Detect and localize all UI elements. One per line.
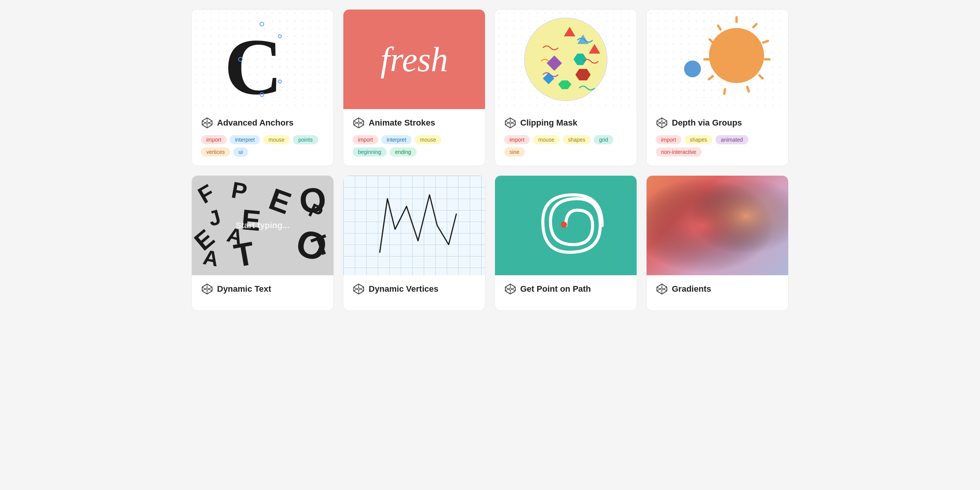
card-title-row: Advanced Anchors [201, 117, 324, 129]
card-title: Get Point on Path [520, 284, 591, 294]
card-title: Gradients [672, 284, 711, 294]
card-title-row: Clipping Mask [504, 117, 627, 129]
tag-animated[interactable]: animated [715, 135, 748, 144]
card-image-depth-via-groups [647, 10, 788, 109]
clipping-mask-illustration [520, 13, 612, 105]
card-tags: import interpret mouse points vertices u… [201, 135, 324, 157]
tag-shapes[interactable]: shapes [563, 135, 591, 144]
card-info-dynamic-text: Dynamic Text [192, 275, 333, 310]
tag-non-interactive[interactable]: non-interactive [656, 147, 702, 157]
svg-text:C: C [224, 22, 283, 105]
card-title-row: Dynamic Text [201, 283, 324, 295]
card-image-dynamic-vertices [343, 176, 485, 275]
card-info-dynamic-vertices: Dynamic Vertices [343, 275, 485, 310]
svg-line-43 [724, 89, 725, 94]
svg-rect-79 [647, 178, 788, 273]
path-background [495, 176, 637, 275]
tag-mouse[interactable]: mouse [263, 135, 290, 144]
fresh-text: fresh [381, 40, 448, 79]
card-clipping-mask[interactable]: Clipping Mask import mouse shapes grid s… [495, 9, 637, 166]
letter-o-bottom: O [291, 220, 332, 270]
codepen-icon [353, 117, 365, 129]
gradients-background [647, 176, 788, 275]
codepen-icon [656, 283, 668, 295]
dynamic-text-background: F P E O J E P E A T A T O Start typing..… [192, 176, 333, 275]
tag-mouse[interactable]: mouse [533, 135, 560, 144]
vertices-background [343, 176, 485, 275]
card-image-clipping-mask [495, 10, 637, 109]
codepen-icon [504, 283, 516, 295]
tag-mouse[interactable]: mouse [415, 135, 441, 144]
tag-import[interactable]: import [504, 135, 530, 144]
letter-p: P [229, 176, 249, 205]
svg-line-38 [753, 24, 756, 27]
tag-ui[interactable]: ui [233, 147, 248, 157]
card-info-get-point-on-path: Get Point on Path [495, 275, 637, 310]
svg-line-44 [709, 76, 713, 79]
svg-line-42 [747, 87, 749, 91]
card-title: Dynamic Vertices [369, 284, 438, 294]
cards-grid: C Advanced Anchors [191, 9, 789, 311]
card-title-row: Depth via Groups [656, 117, 779, 129]
strokes-background: fresh [343, 10, 485, 109]
spiral-illustration [516, 176, 616, 275]
tag-interpret[interactable]: interpret [381, 135, 412, 144]
card-title: Animate Strokes [369, 118, 435, 128]
card-title-row: Get Point on Path [504, 283, 627, 295]
tag-interpret[interactable]: interpret [230, 135, 260, 144]
card-image-advanced-anchors: C [192, 10, 333, 109]
depth-via-groups-illustration [656, 13, 779, 105]
letter-e: E [264, 181, 296, 221]
letter-t3: T [231, 234, 257, 275]
anchors-illustration: C [220, 13, 305, 105]
tag-shapes[interactable]: shapes [684, 135, 712, 144]
svg-point-48 [684, 60, 701, 77]
tag-vertices[interactable]: vertices [201, 147, 230, 157]
card-info-gradients: Gradients [647, 275, 788, 310]
svg-line-47 [718, 26, 720, 29]
card-dynamic-vertices[interactable]: Dynamic Vertices [343, 175, 485, 311]
codepen-icon [201, 283, 213, 295]
card-image-get-point-on-path [495, 176, 637, 275]
card-advanced-anchors[interactable]: C Advanced Anchors [191, 9, 334, 166]
card-depth-via-groups[interactable]: Depth via Groups import shapes animated … [646, 9, 789, 166]
card-title-row: Dynamic Vertices [353, 283, 476, 295]
tag-sine[interactable]: sine [504, 147, 525, 157]
tag-import[interactable]: import [353, 135, 378, 144]
card-info-depth-via-groups: Depth via Groups import shapes animated … [647, 109, 788, 166]
tag-beginning[interactable]: beginning [353, 147, 387, 157]
tag-import[interactable]: import [201, 135, 227, 144]
card-title-row: Animate Strokes [353, 117, 476, 129]
card-title: Dynamic Text [217, 284, 271, 294]
vertices-illustration [357, 183, 472, 268]
card-tags: import shapes animated non-interactive [656, 135, 779, 157]
tag-ending[interactable]: ending [390, 147, 416, 157]
tag-import[interactable]: import [656, 135, 681, 144]
card-info-clipping-mask: Clipping Mask import mouse shapes grid s… [495, 109, 637, 166]
letter-f: F [193, 179, 219, 209]
card-info-advanced-anchors: Advanced Anchors import interpret mouse … [192, 109, 333, 166]
svg-line-39 [763, 41, 768, 42]
svg-line-41 [760, 75, 763, 78]
card-title-row: Gradients [656, 283, 779, 295]
gradients-illustration [647, 176, 788, 275]
card-tags: import mouse shapes grid sine [504, 135, 627, 157]
card-title: Depth via Groups [672, 118, 742, 128]
card-info-animate-strokes: Animate Strokes import interpret mouse b… [343, 109, 485, 166]
codepen-icon [353, 283, 365, 295]
card-image-dynamic-text: F P E O J E P E A T A T O Start typing..… [192, 176, 333, 275]
codepen-icon [504, 117, 516, 129]
svg-line-46 [710, 39, 713, 42]
card-gradients[interactable]: Gradients [646, 175, 789, 311]
card-animate-strokes[interactable]: fresh Animate Strokes import interpret [343, 9, 485, 166]
card-dynamic-text[interactable]: F P E O J E P E A T A T O Start typing..… [191, 175, 334, 311]
card-image-animate-strokes: fresh [343, 10, 485, 109]
card-title: Clipping Mask [520, 118, 577, 128]
svg-point-70 [561, 222, 567, 228]
letter-j: J [206, 204, 224, 231]
tag-points[interactable]: points [293, 135, 318, 144]
start-typing-text: Start typing... [236, 220, 290, 230]
tag-grid[interactable]: grid [594, 135, 613, 144]
card-get-point-on-path[interactable]: Get Point on Path [495, 175, 637, 311]
card-tags: import interpret mouse beginning ending [353, 135, 476, 157]
